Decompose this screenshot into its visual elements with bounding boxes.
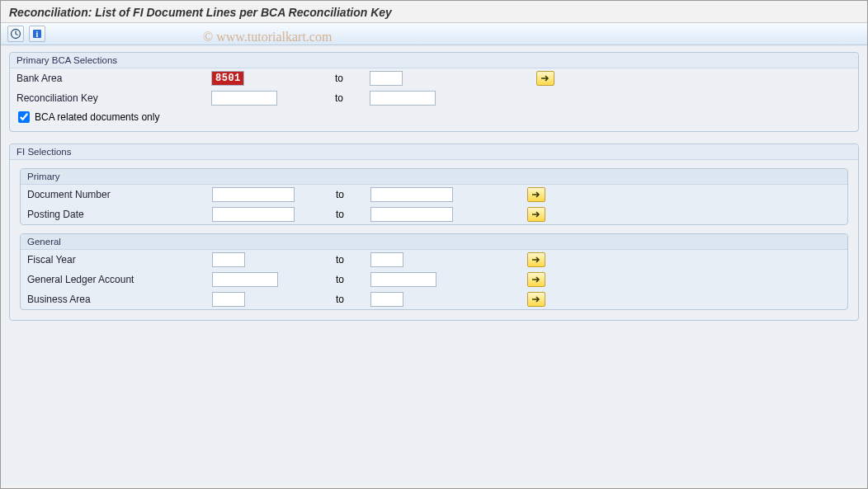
- execute-button[interactable]: [7, 26, 24, 42]
- arrow-right-icon: [531, 275, 541, 284]
- to-label: to: [332, 73, 365, 84]
- arrow-right-icon: [540, 74, 550, 82]
- svg-text:i: i: [36, 30, 39, 39]
- posting-date-to-input[interactable]: [370, 207, 453, 222]
- to-label: to: [333, 274, 366, 285]
- group-fi-selections-title: FI Selections: [10, 144, 858, 160]
- bank-area-from-input[interactable]: [211, 71, 244, 86]
- arrow-right-icon: [531, 295, 541, 303]
- arrow-right-icon: [531, 210, 541, 219]
- recon-key-to-input[interactable]: [370, 91, 436, 106]
- fiscal-year-multiselect-button[interactable]: [527, 252, 545, 267]
- fiscal-year-to-input[interactable]: [370, 252, 403, 267]
- arrow-right-icon: [531, 190, 541, 199]
- doc-number-to-input[interactable]: [370, 187, 453, 202]
- app-toolbar: i: [1, 23, 867, 45]
- fiscal-year-from-input[interactable]: [212, 252, 245, 267]
- row-posting-date: Posting Date to: [21, 205, 847, 224]
- posting-date-multiselect-button[interactable]: [527, 207, 545, 222]
- bank-area-label: Bank Area: [17, 73, 206, 84]
- arrow-right-icon: [531, 256, 541, 264]
- to-label: to: [333, 294, 366, 305]
- to-label: to: [333, 254, 366, 266]
- business-area-multiselect-button[interactable]: [527, 292, 545, 307]
- clock-execute-icon: [10, 28, 21, 40]
- info-icon: i: [31, 28, 43, 40]
- business-area-label: Business Area: [27, 294, 207, 305]
- posting-date-from-input[interactable]: [212, 207, 295, 222]
- recon-key-label: Reconciliation Key: [17, 92, 206, 104]
- business-area-to-input[interactable]: [370, 292, 403, 307]
- subgroup-general: General Fiscal Year to General Ledger Ac…: [20, 233, 848, 310]
- page-title: Reconciliation: List of FI Document Line…: [1, 1, 867, 23]
- gl-account-label: General Ledger Account: [27, 274, 207, 285]
- gl-account-to-input[interactable]: [370, 272, 436, 287]
- info-button[interactable]: i: [29, 26, 45, 42]
- row-bank-area: Bank Area to: [10, 68, 858, 88]
- fiscal-year-label: Fiscal Year: [27, 254, 207, 266]
- row-bca-only: BCA related documents only: [10, 108, 858, 125]
- selection-screen: Primary BCA Selections Bank Area to Reco…: [1, 45, 867, 485]
- gl-account-from-input[interactable]: [212, 272, 278, 287]
- recon-key-from-input[interactable]: [211, 91, 277, 106]
- row-doc-number: Document Number to: [21, 185, 847, 205]
- to-label: to: [333, 209, 366, 220]
- bank-area-to-input[interactable]: [370, 71, 403, 86]
- row-fiscal-year: Fiscal Year to: [21, 250, 847, 270]
- to-label: to: [332, 92, 365, 104]
- business-area-from-input[interactable]: [212, 292, 245, 307]
- subgroup-general-title: General: [21, 234, 847, 250]
- group-primary-bca-title: Primary BCA Selections: [10, 53, 858, 68]
- row-recon-key: Reconciliation Key to: [10, 88, 858, 108]
- group-primary-bca: Primary BCA Selections Bank Area to Reco…: [9, 52, 859, 132]
- doc-number-from-input[interactable]: [212, 187, 295, 202]
- row-gl-account: General Ledger Account to: [21, 270, 847, 289]
- gl-account-multiselect-button[interactable]: [527, 272, 545, 287]
- subgroup-primary-title: Primary: [21, 169, 847, 185]
- bank-area-multiselect-button[interactable]: [536, 71, 554, 86]
- group-fi-selections: FI Selections Primary Document Number to…: [9, 143, 859, 321]
- doc-number-label: Document Number: [27, 189, 207, 200]
- to-label: to: [333, 189, 366, 200]
- posting-date-label: Posting Date: [27, 209, 207, 220]
- bca-only-label: BCA related documents only: [35, 111, 159, 123]
- subgroup-primary: Primary Document Number to Posting Date …: [20, 168, 848, 225]
- doc-number-multiselect-button[interactable]: [527, 187, 545, 202]
- bca-only-checkbox[interactable]: [18, 111, 30, 123]
- row-business-area: Business Area to: [21, 289, 847, 309]
